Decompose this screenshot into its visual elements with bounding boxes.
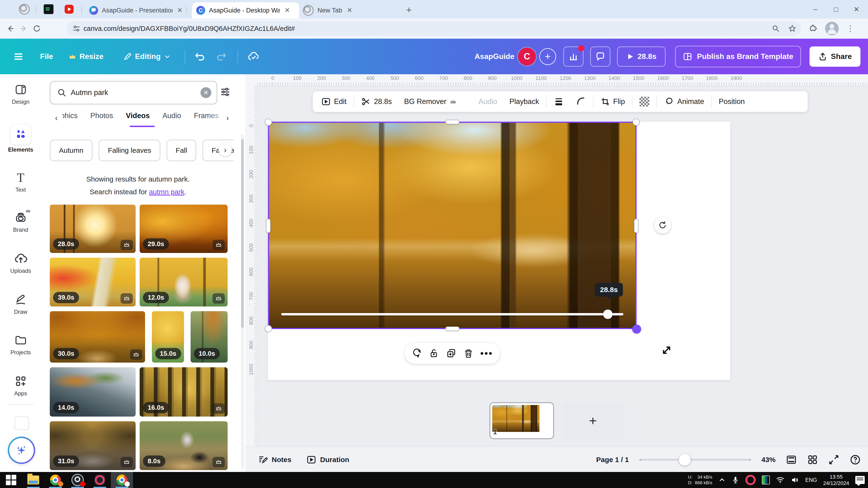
- sidebar-item-draw[interactable]: Draw: [0, 293, 41, 315]
- duration-button[interactable]: Duration: [306, 455, 349, 465]
- resize-handle-right[interactable]: [634, 219, 639, 233]
- sidebar-item-apps[interactable]: Apps: [0, 374, 41, 397]
- trim-button[interactable]: 28.8s: [355, 97, 398, 106]
- sidebar-item-brand[interactable]: Brand: [0, 210, 41, 233]
- video-thumbnail[interactable]: 8.0s: [140, 421, 228, 470]
- editing-mode-button[interactable]: Editing: [123, 52, 170, 61]
- video-thumbnail[interactable]: 14.0s: [50, 367, 135, 417]
- tab-close-icon[interactable]: ✕: [283, 6, 291, 14]
- comments-button[interactable]: [590, 46, 611, 67]
- pinned-tab-youtube[interactable]: [64, 4, 74, 14]
- more-options-button[interactable]: •••: [480, 348, 493, 359]
- category-tab[interactable]: Audio: [162, 111, 181, 122]
- video-thumbnail[interactable]: 16.0s: [140, 367, 228, 417]
- present-play-button[interactable]: 28.8s: [617, 46, 665, 67]
- tabs-scroll-right-button[interactable]: ›: [221, 111, 234, 124]
- reload-button[interactable]: [30, 22, 43, 35]
- suggestion-chip[interactable]: Autumn: [50, 139, 92, 161]
- back-button[interactable]: [4, 22, 17, 35]
- chips-scroll-right-button[interactable]: ›: [219, 143, 232, 156]
- tab-desktop-wallpaper-active[interactable]: C AsapGuide - Desktop Wallpape ✕: [192, 2, 299, 19]
- clear-search-button[interactable]: ✕: [200, 87, 211, 98]
- video-thumbnail[interactable]: 28.0s: [50, 205, 135, 253]
- playback-button[interactable]: Playback: [503, 97, 545, 106]
- main-menu-button[interactable]: [13, 52, 24, 62]
- grid-view-button[interactable]: [807, 454, 818, 465]
- zoom-slider[interactable]: [639, 459, 751, 461]
- zoom-page-icon[interactable]: [772, 25, 780, 33]
- resize-handle-bottom-right[interactable]: [632, 325, 641, 333]
- suggestion-chip[interactable]: Fall: [166, 139, 196, 161]
- taskbar-file-explorer[interactable]: [22, 472, 44, 488]
- zoom-slider-knob[interactable]: [679, 454, 691, 465]
- clock[interactable]: 13:55 24/12/2024: [823, 474, 849, 486]
- notes-button[interactable]: Notes: [258, 455, 291, 465]
- tabs-scroll-left-button[interactable]: ‹: [50, 111, 63, 124]
- obs-tray-icon[interactable]: [745, 475, 756, 485]
- resize-handle-bottom[interactable]: [445, 326, 460, 331]
- animate-button[interactable]: Animate: [658, 97, 710, 106]
- video-thumbnail[interactable]: 10.0s: [191, 311, 228, 363]
- wifi-icon[interactable]: [776, 476, 784, 484]
- autumn-park-video[interactable]: [268, 122, 637, 329]
- undo-button[interactable]: [195, 51, 206, 62]
- resize-button[interactable]: Resize: [69, 52, 103, 61]
- suggestion-chip[interactable]: Falling leaves: [99, 139, 160, 161]
- rotate-handle[interactable]: [654, 217, 671, 234]
- speaker-icon[interactable]: [790, 476, 799, 484]
- video-thumbnail[interactable]: 30.0s: [50, 311, 145, 363]
- tab-close-icon[interactable]: ✕: [176, 6, 184, 14]
- sidebar-item-design[interactable]: Design: [0, 83, 41, 105]
- transparency-button[interactable]: [633, 97, 655, 106]
- insights-button[interactable]: [563, 46, 584, 67]
- video-thumbnail[interactable]: 15.0s: [152, 311, 184, 363]
- crop-button[interactable]: Flip: [594, 97, 631, 106]
- category-tab[interactable]: Photos: [90, 111, 113, 122]
- lock-button[interactable]: [429, 349, 439, 358]
- resize-handle-top-right[interactable]: [632, 119, 640, 126]
- add-page-button[interactable]: +: [561, 402, 624, 439]
- corner-rounding-button[interactable]: [570, 97, 592, 106]
- language-indicator[interactable]: ENG: [805, 477, 817, 483]
- duplicate-button[interactable]: [446, 348, 456, 359]
- resize-handle-bottom-left[interactable]: [265, 325, 272, 332]
- resize-handle-top[interactable]: [445, 120, 460, 124]
- video-thumbnail[interactable]: 31.0s: [50, 421, 135, 470]
- add-comment-button[interactable]: [412, 348, 422, 359]
- sidebar-item-text[interactable]: T Text: [0, 170, 41, 193]
- edit-video-button[interactable]: Edit: [315, 97, 352, 106]
- resize-handle-left[interactable]: [266, 219, 271, 233]
- microphone-icon[interactable]: [732, 476, 739, 484]
- tab-presentation[interactable]: AsapGuide - Presentation ✕: [85, 2, 188, 19]
- magic-ai-button[interactable]: [8, 436, 35, 464]
- bg-remover-button[interactable]: BG Remover: [398, 97, 463, 106]
- fullscreen-button[interactable]: [828, 454, 839, 465]
- share-button[interactable]: Share: [809, 46, 861, 67]
- tab-close-icon[interactable]: ✕: [346, 6, 353, 14]
- video-progress-bar[interactable]: [281, 313, 623, 316]
- thickness-button[interactable]: [548, 97, 570, 106]
- account-avatar[interactable]: C: [518, 47, 536, 66]
- window-maximize-button[interactable]: ▢: [828, 4, 844, 14]
- category-tab[interactable]: Graphics: [62, 111, 78, 122]
- document-title[interactable]: AsapGuide: [474, 52, 515, 61]
- video-progress-knob[interactable]: [603, 310, 613, 319]
- position-button[interactable]: Position: [713, 97, 751, 106]
- site-info-icon[interactable]: [73, 25, 80, 32]
- forward-button[interactable]: [17, 22, 30, 35]
- file-menu-button[interactable]: File: [40, 52, 53, 61]
- bookmark-star-icon[interactable]: [788, 25, 796, 33]
- selected-video-element[interactable]: 28.8s: [268, 122, 637, 329]
- video-thumbnail[interactable]: 12.0s: [140, 258, 228, 306]
- publish-brand-template-button[interactable]: Publish as Brand Template: [675, 46, 801, 67]
- search-filter-button[interactable]: [217, 84, 234, 100]
- browser-menu-icon[interactable]: ⋮: [846, 24, 854, 33]
- network-speed-widget[interactable]: U:34 kB/s D:868 kB/s: [688, 474, 712, 486]
- help-button[interactable]: [849, 454, 861, 465]
- taskbar-chrome[interactable]: [44, 472, 66, 488]
- notification-center-icon[interactable]: [855, 476, 865, 484]
- pinned-tab[interactable]: [19, 4, 29, 14]
- sidebar-item-uploads[interactable]: Uploads: [0, 252, 41, 274]
- delete-button[interactable]: [464, 349, 473, 358]
- new-tab-button[interactable]: +: [406, 5, 412, 14]
